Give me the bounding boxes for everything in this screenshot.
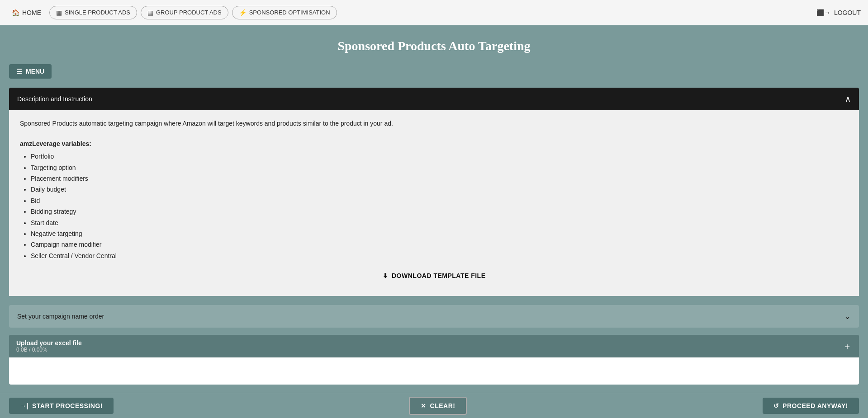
proceed-icon: ↺ (773, 402, 779, 409)
list-item: Negative targeting (31, 229, 848, 239)
proceed-label: PROCEED ANYWAY! (783, 402, 848, 409)
list-item: Campaign name modifier (31, 240, 848, 249)
download-icon: ⬇ (383, 272, 389, 279)
list-item: Bid (31, 196, 848, 206)
start-label: START PROCESSING! (32, 402, 103, 409)
menu-label: MENU (26, 68, 44, 75)
tab-group-product-ads-label: GROUP PRODUCT ADS (156, 9, 222, 16)
navbar: 🏠 HOME ▦ SINGLE PRODUCT ADS ▦ GROUP PROD… (0, 0, 868, 25)
tab-sponsored-optimisation-label: SPONSORED OPTIMISATION (249, 9, 330, 16)
list-item: Bidding strategy (31, 207, 848, 216)
tab-single-product-ads[interactable]: ▦ SINGLE PRODUCT ADS (49, 6, 137, 19)
upload-drop-area[interactable] (9, 357, 859, 385)
description-panel: Description and Instruction ∧ Sponsored … (9, 88, 859, 296)
tab-sponsored-optimisation[interactable]: ⚡ SPONSORED OPTIMISATION (232, 6, 337, 19)
description-header-label: Description and Instruction (17, 95, 92, 103)
description-intro: Sponsored Products automatic targeting c… (20, 118, 848, 128)
variables-list: Portfolio Targeting option Placement mod… (31, 151, 848, 261)
upload-info: Upload your excel file 0.0B / 0.00% (16, 339, 82, 353)
upload-size: 0.0B / 0.00% (16, 347, 82, 353)
chevron-down-icon: ⌄ (844, 311, 851, 321)
navbar-left: 🏠 HOME ▦ SINGLE PRODUCT ADS ▦ GROUP PROD… (7, 6, 337, 19)
upload-header: Upload your excel file 0.0B / 0.00% ＋ (9, 335, 859, 357)
page-title: Sponsored Products Auto Targeting (9, 39, 859, 53)
menu-button[interactable]: ☰ MENU (9, 64, 52, 79)
logout-icon: ⬛→ (816, 9, 830, 16)
download-label: DOWNLOAD TEMPLATE FILE (392, 272, 486, 279)
campaign-name-placeholder: Set your campaign name order (17, 313, 104, 320)
start-icon: →| (20, 402, 28, 409)
clear-label: CLEAR! (430, 402, 455, 409)
lightning-icon: ⚡ (239, 9, 247, 16)
menu-icon: ☰ (16, 68, 22, 75)
home-label: HOME (22, 9, 41, 16)
upload-title: Upload your excel file (16, 339, 82, 347)
download-template-button[interactable]: ⬇ DOWNLOAD TEMPLATE FILE (383, 272, 486, 279)
logout-label: LOGOUT (834, 9, 861, 16)
list-item: Daily budget (31, 184, 848, 194)
grid-icon-2: ▦ (147, 9, 153, 16)
bottom-bar: →| START PROCESSING! ✕ CLEAR! ↺ PROCEED … (0, 393, 868, 418)
description-header[interactable]: Description and Instruction ∧ (9, 88, 859, 110)
list-item: Seller Central / Vendor Central (31, 251, 848, 261)
variables-label: amzLeverage variables: (20, 139, 848, 149)
upload-section: Upload your excel file 0.0B / 0.00% ＋ (9, 335, 859, 385)
chevron-up-icon: ∧ (845, 94, 851, 104)
start-processing-button[interactable]: →| START PROCESSING! (9, 398, 114, 414)
campaign-name-section[interactable]: Set your campaign name order ⌄ (9, 305, 859, 328)
main-content: Sponsored Products Auto Targeting ☰ MENU… (0, 25, 868, 418)
upload-add-button[interactable]: ＋ (843, 342, 852, 351)
clear-icon: ✕ (421, 402, 427, 409)
list-item: Start date (31, 218, 848, 228)
grid-icon-1: ▦ (56, 9, 62, 16)
list-item: Targeting option (31, 163, 848, 173)
list-item: Portfolio (31, 151, 848, 161)
clear-button[interactable]: ✕ CLEAR! (409, 397, 467, 415)
home-button[interactable]: 🏠 HOME (7, 6, 46, 19)
description-body: Sponsored Products automatic targeting c… (9, 110, 859, 296)
logout-button[interactable]: ⬛→ LOGOUT (816, 9, 861, 16)
download-section: ⬇ DOWNLOAD TEMPLATE FILE (20, 262, 848, 285)
tab-group-product-ads[interactable]: ▦ GROUP PRODUCT ADS (141, 6, 228, 19)
tab-single-product-ads-label: SINGLE PRODUCT ADS (65, 9, 130, 16)
home-icon: 🏠 (12, 9, 19, 16)
list-item: Placement modifiers (31, 174, 848, 183)
proceed-anyway-button[interactable]: ↺ PROCEED ANYWAY! (763, 398, 859, 414)
